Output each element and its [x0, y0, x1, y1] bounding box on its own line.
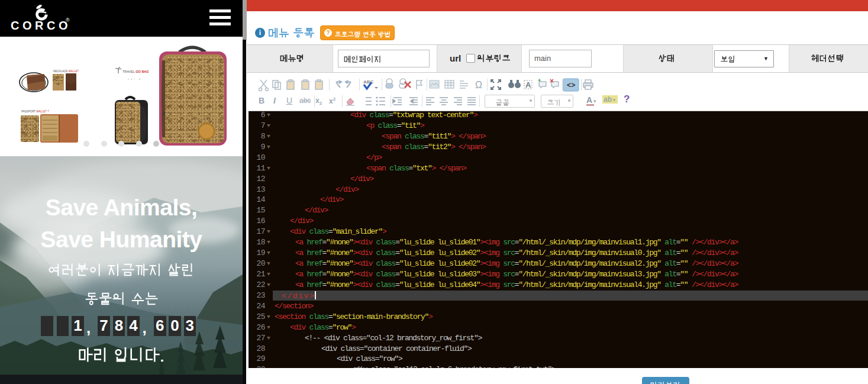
svg-text:+: +: [538, 78, 541, 83]
svg-text:ABC: ABC: [363, 79, 374, 85]
svg-text:<>: <>: [567, 82, 575, 90]
svg-text:Ω: Ω: [475, 80, 482, 90]
svg-text:A: A: [525, 80, 531, 89]
